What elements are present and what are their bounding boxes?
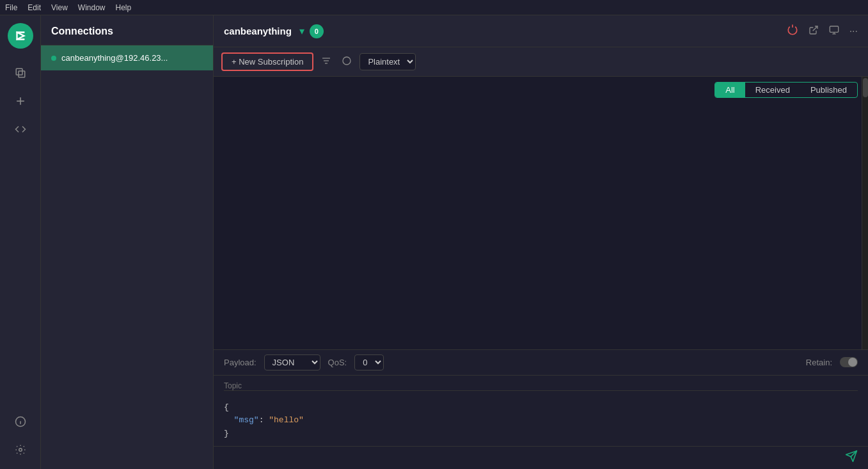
svg-point-15 [343, 57, 351, 65]
main-area: canbeanything ▾ 0 [214, 15, 868, 469]
sidebar-settings-icon[interactable] [9, 438, 32, 461]
retain-label: Retain: [806, 358, 832, 367]
topic-area [214, 376, 868, 399]
svg-line-8 [812, 26, 817, 31]
icon-sidebar [0, 15, 41, 469]
connections-title: Connections [41, 15, 213, 45]
circle-icon[interactable] [339, 53, 354, 71]
menu-help[interactable]: Help [116, 3, 132, 12]
publish-toolbar: Payload: JSON Plaintext Hex QoS: 0 1 2 R… [214, 350, 868, 376]
qos-select[interactable]: 0 1 2 [354, 354, 384, 370]
sidebar-copy-icon[interactable] [9, 61, 32, 84]
topbar: canbeanything ▾ 0 [214, 15, 868, 47]
sidebar-code-icon[interactable] [9, 118, 32, 141]
topic-input[interactable] [224, 381, 858, 390]
qos-label: QoS: [328, 358, 347, 367]
new-subscription-button[interactable]: + New Subscription [221, 52, 313, 71]
menu-edit[interactable]: Edit [28, 3, 41, 12]
menu-file[interactable]: File [5, 3, 17, 12]
payload-editor[interactable]: { "msg": "hello" } [214, 399, 868, 446]
sidebar-add-icon[interactable] [9, 90, 32, 113]
send-button[interactable] [845, 450, 858, 466]
broker-name: canbeanything [224, 26, 292, 36]
payload-label: Payload: [224, 358, 256, 367]
sidebar-info-icon[interactable] [9, 410, 32, 433]
payload-value: "hello" [269, 415, 304, 425]
payload-colon: : [259, 415, 269, 425]
indent [224, 415, 234, 425]
export-icon[interactable] [809, 25, 819, 38]
connections-panel: Connections canbeanything@192.46.23... [41, 15, 214, 469]
payload-format-select[interactable]: JSON Plaintext Hex [264, 354, 320, 370]
menu-view[interactable]: View [51, 3, 68, 12]
menu-window[interactable]: Window [78, 3, 106, 12]
connection-status-dot [51, 56, 56, 61]
publish-bottom-bar [214, 446, 868, 469]
publish-area: Payload: JSON Plaintext Hex QoS: 0 1 2 R… [214, 349, 868, 469]
message-count-badge: 0 [310, 24, 324, 38]
scrollbar-track[interactable] [862, 77, 868, 349]
svg-rect-1 [19, 71, 25, 77]
message-display-area: All Received Published [214, 77, 868, 349]
payload-line-1: { [224, 401, 858, 415]
content-area: + New Subscription Plaintext JSON [214, 47, 868, 469]
payload-line-3: } [224, 427, 858, 441]
monitor-icon[interactable] [829, 25, 839, 38]
app-container: Connections canbeanything@192.46.23... c… [0, 15, 868, 469]
toggle-knob [848, 358, 857, 367]
tab-all[interactable]: All [715, 83, 745, 97]
menubar: File Edit View Window Help [0, 0, 868, 15]
svg-rect-9 [830, 26, 838, 32]
chevron-down-icon[interactable]: ▾ [299, 25, 304, 37]
format-select[interactable]: Plaintext JSON Hex [359, 53, 416, 70]
filter-icon[interactable] [319, 53, 334, 71]
payload-key: "msg" [234, 415, 259, 425]
scrollbar-thumb[interactable] [863, 78, 868, 97]
payload-line-2: "msg": "hello" [224, 414, 858, 427]
tab-received[interactable]: Received [745, 83, 800, 97]
tab-published[interactable]: Published [800, 83, 857, 97]
app-logo[interactable] [8, 23, 33, 49]
filter-tabs: All Received Published [714, 82, 858, 98]
topic-divider [224, 390, 858, 391]
retain-toggle[interactable] [840, 357, 858, 367]
open-brace: { [224, 402, 229, 412]
connection-label: canbeanything@192.46.23... [61, 53, 168, 63]
sub-toolbar: + New Subscription Plaintext JSON [214, 47, 868, 77]
svg-rect-0 [16, 68, 22, 75]
power-icon[interactable] [787, 24, 798, 38]
close-brace: } [224, 429, 229, 438]
svg-point-7 [19, 449, 22, 452]
more-options-icon[interactable]: ··· [849, 26, 858, 37]
connection-item[interactable]: canbeanything@192.46.23... [41, 45, 213, 70]
